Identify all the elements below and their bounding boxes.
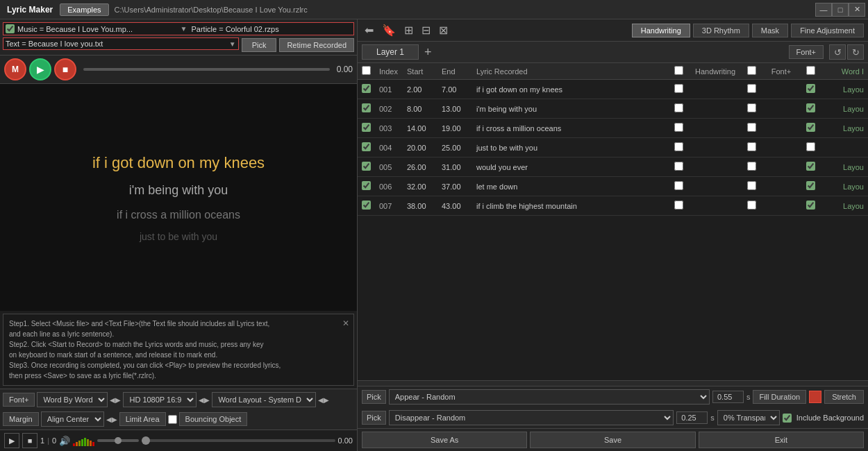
appear-pick-button[interactable]: Pick [362, 390, 386, 404]
volume-slider[interactable] [97, 439, 139, 442]
exit-button[interactable]: Exit [699, 432, 864, 448]
add-layer-button[interactable]: + [424, 45, 432, 60]
row-hw-6[interactable] [674, 201, 683, 210]
row-checkbox-0[interactable] [362, 84, 371, 93]
row-fp-2[interactable] [747, 123, 756, 132]
row-checkbox-3[interactable] [362, 142, 371, 151]
include-bg-label: Include Background [796, 414, 864, 422]
row-hw-4[interactable] [674, 162, 683, 171]
pb-stop-button[interactable]: ■ [22, 433, 37, 448]
row-wi-0[interactable] [806, 84, 815, 93]
row-start-2: 14.00 [403, 119, 437, 138]
lyrics-table: Index Start End Lyric Recorded Handwriti… [358, 63, 868, 216]
word-by-word-select[interactable]: Word By Word [37, 392, 108, 407]
select-all-checkbox[interactable] [362, 66, 371, 75]
row-fp-1[interactable] [747, 103, 756, 112]
save-button[interactable]: Save [530, 432, 695, 448]
appear-duration-input[interactable] [712, 391, 744, 403]
stop-button[interactable]: ■ [54, 58, 76, 80]
row-index-1: 002 [375, 99, 403, 119]
row-end-1: 13.00 [437, 99, 472, 119]
text-expand-icon: ▼ [229, 40, 236, 48]
disappear-duration-input[interactable] [676, 411, 708, 424]
fp-all-checkbox[interactable] [747, 66, 756, 75]
row-index-0: 001 [375, 80, 403, 99]
undo-button[interactable]: ↺ [829, 44, 846, 60]
wi-all-checkbox[interactable] [806, 66, 815, 75]
word-layout-select[interactable]: Word Layout - System D [212, 392, 316, 407]
row-wi-4[interactable] [806, 162, 815, 171]
mask-mode-button[interactable]: Mask [752, 24, 788, 37]
row-wi-3[interactable] [806, 142, 815, 151]
row-wi-2[interactable] [806, 123, 815, 132]
play-button[interactable]: ▶ [29, 58, 51, 80]
font-plus-button[interactable]: Font+ [3, 393, 35, 407]
margin-button[interactable]: Margin [3, 412, 39, 426]
row-checkbox-1[interactable] [362, 103, 371, 112]
hd-select[interactable]: HD 1080P 16:9 [123, 392, 197, 407]
row-fp-5[interactable] [747, 181, 756, 190]
examples-button[interactable]: Examples [60, 3, 108, 16]
retime-button[interactable]: Retime Recorded [279, 38, 354, 52]
maximize-button[interactable]: □ [832, 3, 849, 17]
row-fp-6[interactable] [747, 201, 756, 210]
disappear-pick-button[interactable]: Pick [362, 411, 386, 425]
row-fp-0[interactable] [747, 84, 756, 93]
hw-all-checkbox[interactable] [674, 66, 683, 75]
title-bar: Lyric Maker Examples C:\Users\Administra… [0, 0, 868, 19]
row-fp-cell-0 [760, 80, 802, 99]
layer-bar: Layer 1 + Font+ ↺ ↻ [358, 42, 868, 63]
duration-color-swatch [809, 391, 821, 403]
disappear-effect-select[interactable]: Disappear - Random [389, 410, 674, 425]
text-file-label: Text = Because I love you.txt [6, 40, 226, 48]
handwriting-mode-button[interactable]: Handwriting [632, 24, 690, 37]
stretch-button[interactable]: Stretch [824, 390, 864, 404]
row-checkbox-5[interactable] [362, 181, 371, 190]
record-button[interactable]: M [4, 58, 26, 80]
row-wi-cell-3 [819, 138, 868, 158]
row-wi-1[interactable] [806, 103, 815, 112]
horizontal-scroll[interactable] [358, 380, 868, 386]
row-hw-0[interactable] [674, 84, 683, 93]
bouncing-button[interactable]: Bouncing Object [179, 412, 248, 426]
info-close-icon[interactable]: ✕ [342, 317, 349, 330]
layout1-icon[interactable]: ⊞ [401, 22, 416, 38]
appear-effect-select[interactable]: Appear - Random [389, 389, 710, 405]
layout3-icon[interactable]: ⊠ [436, 22, 451, 38]
music-checkbox[interactable] [6, 24, 15, 33]
pick-button[interactable]: Pick [242, 38, 277, 52]
font-plus-right-button[interactable]: Font+ [789, 45, 824, 59]
row-hw-5[interactable] [674, 181, 683, 190]
close-button[interactable]: ✕ [849, 3, 865, 17]
limit-area-checkbox[interactable] [168, 415, 177, 424]
row-hw-3[interactable] [674, 142, 683, 151]
rhythm-mode-button[interactable]: 3D Rhythm [693, 24, 749, 37]
divider-3: ◀▶ [318, 396, 329, 404]
row-fp-3[interactable] [747, 142, 756, 151]
fine-adjust-mode-button[interactable]: Fine Adjustment [791, 24, 864, 37]
row-fp-4[interactable] [747, 162, 756, 171]
include-bg-checkbox[interactable] [783, 414, 792, 423]
minimize-button[interactable]: — [815, 3, 832, 17]
bookmark-icon[interactable]: 🔖 [379, 22, 399, 38]
row-checkbox-2[interactable] [362, 123, 371, 132]
row-checkbox-4[interactable] [362, 162, 371, 171]
limit-area-button[interactable]: Limit Area [119, 412, 166, 426]
save-as-button[interactable]: Save As [362, 432, 527, 448]
row-hw-cell-4 [687, 158, 743, 177]
row-checkbox-6[interactable] [362, 201, 371, 210]
row-hw-1[interactable] [674, 103, 683, 112]
transparency-select[interactable]: 0% Transpare [717, 410, 780, 425]
row-wi-5[interactable] [806, 181, 815, 190]
row-fp-cell-4 [760, 158, 802, 177]
row-wi-6[interactable] [806, 201, 815, 210]
redo-button[interactable]: ↻ [847, 44, 864, 60]
layout2-icon[interactable]: ⊟ [419, 22, 433, 38]
fill-duration-button[interactable]: Fill Duration [753, 390, 806, 404]
back-icon[interactable]: ⬅ [362, 22, 376, 38]
row-hw-2[interactable] [674, 123, 683, 132]
pb-play-button[interactable]: ▶ [4, 433, 19, 448]
align-select[interactable]: Align Center [41, 411, 104, 427]
row-index-4: 005 [375, 158, 403, 177]
row-wi-cell-2: Layou [819, 119, 868, 138]
